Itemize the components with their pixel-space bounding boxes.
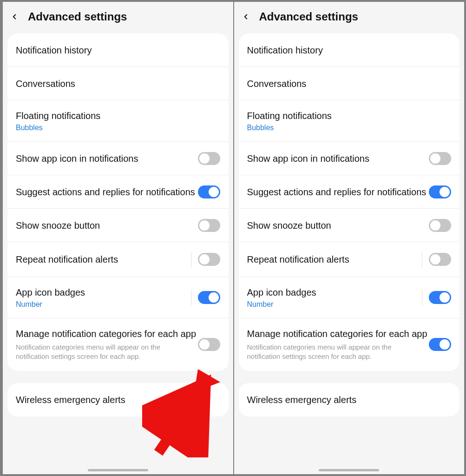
separator [191, 290, 191, 305]
row-title: Floating notifications [247, 110, 452, 122]
home-indicator[interactable] [319, 469, 379, 471]
settings-card: Notification history Conversations Float… [7, 33, 229, 371]
row-manage-categories[interactable]: Manage notification categories for each … [7, 318, 229, 371]
row-title: Suggest actions and replies for notifica… [16, 186, 198, 198]
screen-right: Advanced settings Notification history C… [233, 2, 465, 474]
separator [422, 290, 422, 305]
row-sub: Bubbles [247, 124, 452, 132]
toggle-repeat-alerts[interactable] [198, 253, 220, 266]
toggle-show-snooze[interactable] [198, 219, 220, 232]
toggle-suggest-actions[interactable] [198, 185, 220, 198]
row-notification-history[interactable]: Notification history [7, 33, 229, 67]
page-title: Advanced settings [259, 10, 358, 23]
row-title: Repeat notification alerts [16, 253, 191, 265]
row-wireless-alerts[interactable]: Wireless emergency alerts [7, 383, 229, 416]
settings-card-2: Wireless emergency alerts [7, 383, 229, 416]
back-icon[interactable] [241, 12, 251, 22]
row-floating-notifications[interactable]: Floating notifications Bubbles [239, 100, 460, 142]
row-title: App icon badges [247, 286, 422, 298]
toggle-app-icon-badges[interactable] [429, 291, 451, 304]
row-desc: Notification categories menu will appear… [247, 343, 419, 362]
row-manage-categories[interactable]: Manage notification categories for each … [239, 318, 460, 371]
toggle-repeat-alerts[interactable] [429, 253, 451, 266]
row-title: Suggest actions and replies for notifica… [247, 186, 429, 198]
row-app-icon-badges[interactable]: App icon badges Number [239, 277, 460, 318]
settings-card-2: Wireless emergency alerts [239, 383, 460, 416]
header: Advanced settings [234, 2, 465, 33]
row-sub: Number [16, 300, 191, 309]
row-title: Floating notifications [16, 110, 220, 122]
row-wireless-alerts[interactable]: Wireless emergency alerts [239, 383, 460, 416]
row-title: App icon badges [16, 286, 191, 298]
row-notification-history[interactable]: Notification history [239, 33, 460, 67]
home-indicator[interactable] [88, 469, 148, 471]
toggle-app-icon-badges[interactable] [198, 291, 220, 304]
separator [191, 251, 191, 267]
row-title: Wireless emergency alerts [16, 394, 220, 406]
screen-left: Advanced settings Notification history C… [2, 2, 233, 474]
page-title: Advanced settings [28, 10, 127, 23]
header: Advanced settings [3, 2, 233, 33]
row-conversations[interactable]: Conversations [239, 67, 460, 100]
row-title: Show app icon in notifications [247, 152, 429, 165]
row-show-snooze[interactable]: Show snooze button [239, 209, 460, 242]
row-suggest-actions[interactable]: Suggest actions and replies for notifica… [7, 175, 229, 209]
separator [422, 251, 422, 267]
row-suggest-actions[interactable]: Suggest actions and replies for notifica… [239, 175, 460, 209]
row-title: Show snooze button [247, 219, 429, 231]
back-icon[interactable] [9, 12, 20, 22]
toggle-show-snooze[interactable] [429, 219, 451, 232]
row-sub: Number [247, 300, 422, 309]
row-floating-notifications[interactable]: Floating notifications Bubbles [7, 100, 229, 142]
toggle-show-app-icon[interactable] [429, 152, 451, 165]
row-title: Show snooze button [16, 219, 198, 231]
row-title: Conversations [16, 78, 220, 90]
row-sub: Bubbles [16, 124, 220, 132]
row-app-icon-badges[interactable]: App icon badges Number [7, 277, 229, 318]
row-conversations[interactable]: Conversations [7, 67, 229, 100]
toggle-show-app-icon[interactable] [198, 152, 220, 165]
row-repeat-alerts[interactable]: Repeat notification alerts [7, 242, 229, 277]
settings-card: Notification history Conversations Float… [239, 33, 460, 371]
row-title: Show app icon in notifications [16, 152, 198, 165]
row-show-app-icon[interactable]: Show app icon in notifications [239, 142, 460, 175]
row-show-snooze[interactable]: Show snooze button [7, 209, 229, 242]
row-repeat-alerts[interactable]: Repeat notification alerts [239, 242, 460, 277]
toggle-manage-categories[interactable] [198, 338, 220, 351]
row-title: Wireless emergency alerts [247, 394, 452, 406]
row-title: Notification history [247, 44, 452, 56]
row-desc: Notification categories menu will appear… [16, 343, 188, 362]
toggle-suggest-actions[interactable] [429, 185, 451, 198]
toggle-manage-categories[interactable] [429, 338, 451, 351]
row-title: Repeat notification alerts [247, 253, 422, 265]
row-show-app-icon[interactable]: Show app icon in notifications [7, 142, 229, 175]
row-title: Conversations [247, 78, 452, 90]
row-title: Notification history [16, 44, 220, 56]
row-title: Manage notification categories for each … [16, 328, 198, 340]
row-title: Manage notification categories for each … [247, 328, 429, 340]
